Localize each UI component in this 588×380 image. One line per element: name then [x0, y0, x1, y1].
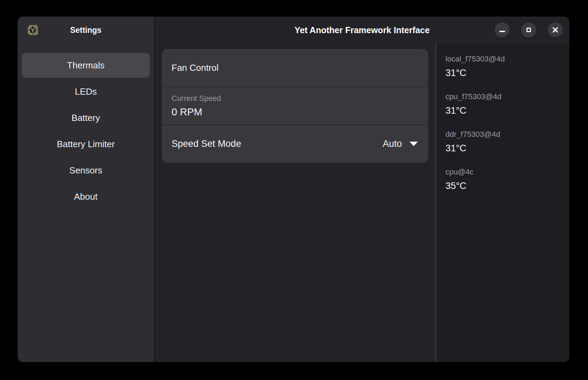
sensor-value: 31°C [445, 143, 562, 154]
sensor-name: ddr_f75303@4d [445, 130, 562, 139]
minimize-button[interactable] [495, 22, 509, 37]
sidebar-list: Thermals LEDs Battery Battery Limiter Se… [18, 53, 154, 209]
current-speed-row: Current Speed 0 RPM [162, 87, 428, 124]
sidebar-item-label: About [74, 191, 98, 202]
fan-control-header: Fan Control [162, 49, 428, 86]
main-area: Yet Another Framework Interface [155, 17, 569, 362]
speed-set-mode-row: Speed Set Mode Auto [162, 125, 428, 163]
app-gear-chip-icon [27, 25, 38, 36]
sidebar-item-label: LEDs [75, 86, 97, 97]
sidebar-item-label: Thermals [67, 60, 104, 71]
close-icon [552, 27, 558, 33]
fan-control-title: Fan Control [172, 63, 219, 73]
sidebar-header: Settings [18, 17, 154, 44]
maximize-icon [526, 28, 531, 32]
sensor-value: 31°C [445, 105, 562, 116]
sidebar-item-battery[interactable]: Battery [22, 105, 150, 130]
speed-mode-value: Auto [383, 139, 402, 149]
fan-control-card: Fan Control Current Speed 0 RPM Speed Se… [162, 49, 428, 163]
sidebar-item-label: Battery [72, 113, 100, 123]
sidebar-title: Settings [70, 26, 102, 35]
sidebar: Settings Thermals LEDs Battery Battery L… [18, 17, 155, 362]
content-pane: Fan Control Current Speed 0 RPM Speed Se… [155, 44, 435, 362]
minimize-icon [499, 31, 505, 32]
current-speed-value: 0 RPM [172, 106, 419, 118]
maximize-button[interactable] [521, 22, 536, 37]
sensor-item: cpu_f75303@4d 31°C [445, 92, 562, 116]
sidebar-item-leds[interactable]: LEDs [22, 79, 150, 104]
sensor-name: cpu_f75303@4d [445, 92, 562, 101]
sidebar-item-sensors[interactable]: Sensors [22, 158, 150, 183]
header-bar: Yet Another Framework Interface [155, 17, 569, 44]
sensor-value: 31°C [445, 68, 562, 78]
main-body: Fan Control Current Speed 0 RPM Speed Se… [155, 44, 569, 362]
speed-set-mode-label: Speed Set Mode [172, 139, 241, 149]
window-controls [495, 22, 563, 37]
sensor-name: local_f75303@4d [445, 55, 562, 64]
sensor-item: ddr_f75303@4d 31°C [445, 130, 562, 154]
sidebar-item-label: Battery Limiter [57, 139, 115, 150]
sensors-panel: local_f75303@4d 31°C cpu_f75303@4d 31°C … [436, 44, 569, 362]
app-window: Settings Thermals LEDs Battery Battery L… [18, 17, 569, 362]
sidebar-item-battery-limiter[interactable]: Battery Limiter [22, 132, 150, 156]
sensor-item: cpu@4c 35°C [445, 168, 562, 191]
sensor-value: 35°C [445, 181, 562, 191]
chevron-down-icon [410, 142, 418, 146]
sensor-item: local_f75303@4d 31°C [445, 55, 562, 78]
current-speed-label: Current Speed [172, 94, 419, 103]
sidebar-item-label: Sensors [69, 165, 102, 176]
sidebar-item-thermals[interactable]: Thermals [22, 53, 150, 78]
window-title: Yet Another Framework Interface [295, 25, 430, 35]
sidebar-item-about[interactable]: About [22, 184, 150, 209]
close-button[interactable] [548, 22, 563, 37]
speed-mode-dropdown[interactable]: Auto [382, 139, 419, 149]
sensor-name: cpu@4c [445, 168, 562, 177]
